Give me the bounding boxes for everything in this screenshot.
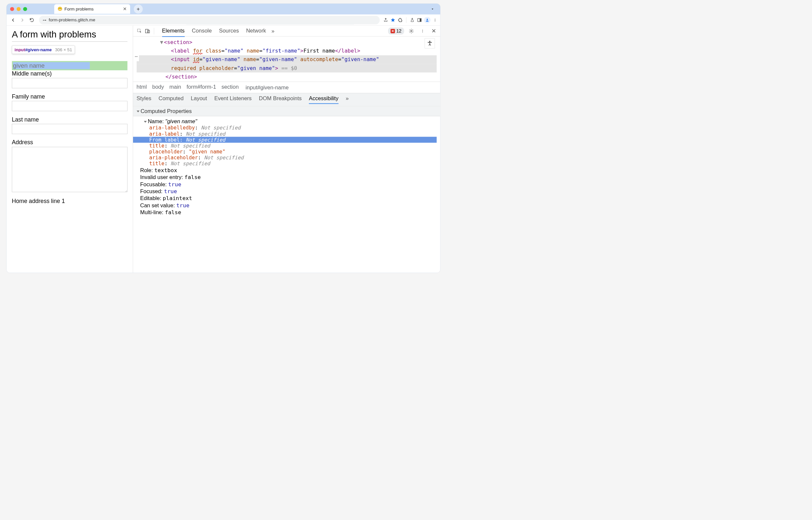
devtools-tab-network[interactable]: Network [246, 25, 266, 37]
settings-icon[interactable] [407, 27, 415, 35]
dom-breadcrumb[interactable]: htmlbodymainform#form-1sectioninput#give… [133, 82, 440, 93]
minimize-window-icon[interactable] [17, 7, 20, 11]
page-title: A form with problems [12, 29, 127, 42]
text-input[interactable] [12, 124, 127, 134]
devtools-tab-console[interactable]: Console [192, 25, 212, 37]
field-label: Last name [12, 116, 127, 123]
side-panel-icon[interactable] [417, 18, 422, 23]
dom-tree[interactable]: ⋯ ▼<section> <label for class="name" nam… [133, 36, 440, 82]
browser-tab[interactable]: 😬 Form problems ✕ [54, 4, 130, 14]
tooltip-dims: 306 × 51 [55, 47, 72, 52]
inspect-element-icon[interactable] [135, 27, 143, 35]
svg-point-4 [435, 20, 435, 20]
a11y-prop-row: Multi-line: false [140, 209, 437, 216]
subtab-dom-breakpoints[interactable]: DOM Breakpoints [259, 95, 302, 104]
breadcrumb-item[interactable]: section [222, 84, 238, 91]
svg-point-5 [435, 21, 435, 21]
device-toolbar-icon[interactable] [143, 27, 151, 35]
tab-close-icon[interactable]: ✕ [123, 6, 127, 12]
devtools-tab-elements[interactable]: Elements [162, 25, 185, 37]
error-icon: ✕ [390, 29, 395, 33]
reload-button[interactable] [28, 16, 35, 24]
profile-avatar[interactable] [424, 17, 430, 23]
highlighted-input-wrapper [12, 61, 127, 70]
svg-point-11 [422, 30, 423, 31]
devtools-tab-sources[interactable]: Sources [219, 25, 239, 37]
subtab-event-listeners[interactable]: Event Listeners [214, 95, 252, 104]
accessibility-icon[interactable] [425, 38, 435, 49]
a11y-source-row[interactable]: aria-label: Not specified [140, 131, 437, 137]
tabs-overflow-button[interactable] [428, 5, 436, 13]
a11y-source-row[interactable]: placeholder: "given name" [140, 149, 437, 155]
svg-point-3 [435, 19, 435, 19]
address-bar[interactable]: ⊶ form-problems.glitch.me [39, 16, 380, 24]
breadcrumb-item[interactable]: html [137, 84, 147, 91]
a11y-source-row[interactable]: aria-labelledby: Not specified [140, 125, 437, 131]
svg-rect-1 [420, 18, 421, 22]
back-button[interactable] [9, 16, 17, 24]
browser-window: 😬 Form problems ✕ + ⊶ form-problems.glit… [6, 4, 440, 273]
error-count-badge[interactable]: ✕ 12 [388, 28, 404, 34]
field-label: Middle name(s) [12, 70, 127, 77]
maximize-window-icon[interactable] [23, 7, 27, 11]
site-info-icon[interactable]: ⊶ [43, 18, 46, 22]
close-devtools-icon[interactable]: ✕ [430, 27, 438, 35]
address-textarea[interactable] [12, 147, 127, 192]
titlebar: 😬 Form problems ✕ + [6, 4, 440, 15]
a11y-source-row[interactable]: From label: Not specified [133, 137, 437, 142]
new-tab-button[interactable]: + [134, 5, 143, 14]
subtab-styles[interactable]: Styles [137, 95, 152, 104]
labs-icon[interactable] [409, 18, 415, 23]
separator [154, 28, 154, 34]
subtabs-overflow-icon[interactable]: » [346, 95, 349, 104]
breadcrumb-item[interactable]: main [169, 84, 181, 91]
text-input[interactable] [12, 78, 127, 88]
extensions-icon[interactable] [397, 18, 403, 23]
error-count: 12 [396, 28, 402, 34]
inspect-tooltip: input#given-name 306 × 51 [12, 46, 75, 54]
share-icon[interactable] [383, 18, 388, 23]
a11y-source-row[interactable]: title: Not specified [140, 143, 437, 149]
svg-point-13 [429, 41, 430, 42]
forward-button[interactable] [18, 16, 26, 24]
a11y-name-row: Name: "given name" [140, 118, 437, 125]
a11y-prop-row: Focused: true [140, 187, 437, 194]
a11y-source-row[interactable]: aria-placeholder: Not specified [140, 155, 437, 161]
a11y-prop-row: Can set value: true [140, 202, 437, 209]
svg-point-9 [410, 30, 412, 31]
window-controls [10, 7, 27, 11]
url-text: form-problems.glitch.me [49, 18, 95, 22]
more-icon[interactable] [418, 27, 427, 35]
svg-point-10 [422, 30, 423, 30]
tab-title: Form problems [65, 6, 121, 11]
tooltip-tag: input [15, 47, 25, 52]
computed-props-header[interactable]: Computed Properties [133, 106, 440, 116]
content-area: A form with problems input#given-name 30… [6, 26, 440, 272]
devtools-subtabs: StylesComputedLayoutEvent ListenersDOM B… [133, 93, 440, 106]
subtab-layout[interactable]: Layout [191, 95, 207, 104]
subtab-computed[interactable]: Computed [158, 95, 183, 104]
breadcrumb-item[interactable]: form#form-1 [187, 84, 216, 91]
tabs-overflow-icon[interactable]: » [272, 28, 274, 34]
breadcrumb-item[interactable]: body [152, 84, 164, 91]
a11y-prop-row: Invalid user entry: false [140, 174, 437, 181]
toolbar: ⊶ form-problems.glitch.me [6, 15, 440, 26]
field-label: Address [12, 139, 127, 146]
given-name-input[interactable] [13, 62, 90, 69]
svg-point-2 [427, 19, 428, 20]
menu-icon[interactable] [432, 18, 438, 23]
devtools-tabs: ElementsConsoleSourcesNetwork [162, 25, 266, 37]
a11y-source-row[interactable]: title: Not specified [140, 161, 437, 166]
rendered-page: A form with problems input#given-name 30… [6, 26, 133, 272]
tooltip-id: #given-name [25, 47, 52, 52]
dom-ellipsis[interactable]: ⋯ [134, 52, 139, 61]
form-fields: First name Middle name(s)Family nameLast… [12, 45, 127, 205]
text-input[interactable] [12, 101, 127, 111]
a11y-prop-row: Editable: plaintext [140, 195, 437, 202]
accessibility-pane: Computed Properties Name: "given name"ar… [133, 106, 440, 273]
subtab-accessibility[interactable]: Accessibility [309, 95, 338, 104]
bookmark-star-icon[interactable] [390, 18, 396, 23]
close-window-icon[interactable] [10, 7, 14, 11]
breadcrumb-item[interactable]: input#given-name [244, 84, 290, 91]
separator [406, 18, 406, 23]
